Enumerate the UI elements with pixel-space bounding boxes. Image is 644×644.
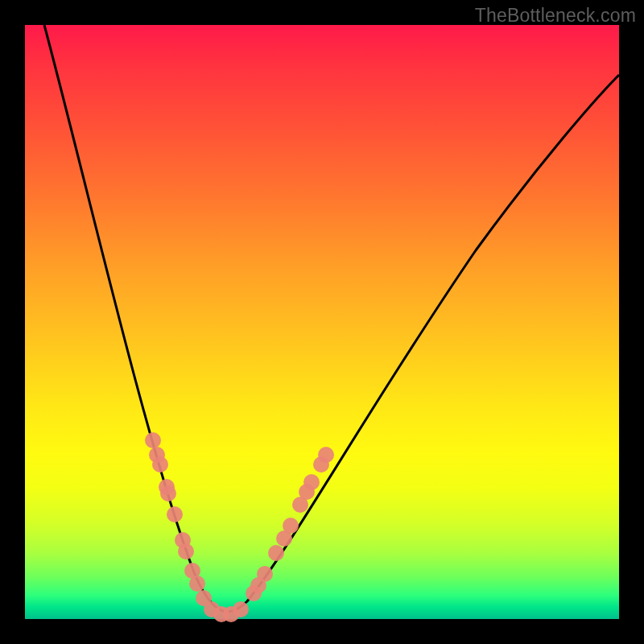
data-dot bbox=[257, 566, 273, 582]
data-dot bbox=[283, 518, 299, 534]
data-dot bbox=[189, 576, 205, 592]
data-dot bbox=[178, 543, 194, 559]
watermark-text: TheBottleneck.com bbox=[475, 5, 636, 27]
data-dot bbox=[167, 506, 183, 522]
chart-stage: TheBottleneck.com bbox=[0, 0, 644, 644]
data-dot bbox=[303, 474, 320, 490]
data-dot bbox=[145, 432, 161, 448]
data-dot bbox=[268, 545, 284, 561]
data-dot bbox=[160, 485, 176, 502]
curve-path bbox=[44, 25, 619, 612]
plot-area bbox=[25, 25, 619, 619]
data-dots bbox=[145, 432, 334, 622]
data-dot bbox=[152, 456, 168, 473]
data-dot bbox=[318, 447, 334, 463]
data-dot bbox=[233, 601, 249, 617]
bottleneck-curve bbox=[25, 25, 619, 619]
